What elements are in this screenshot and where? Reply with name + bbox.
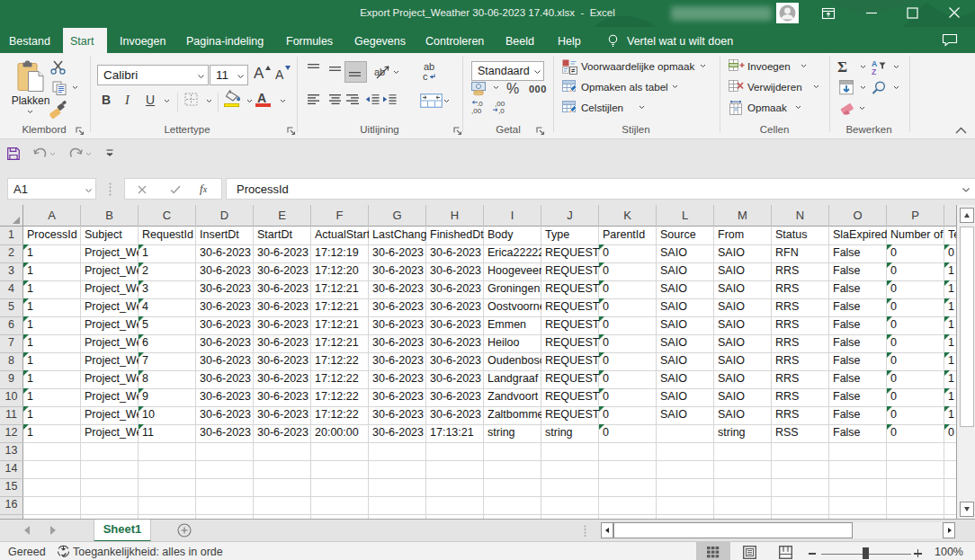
- svg-text:c: c: [423, 71, 428, 82]
- svg-text:,0: ,0: [498, 107, 505, 115]
- svg-text:Z: Z: [872, 67, 876, 76]
- svg-text:≠: ≠: [571, 66, 576, 75]
- svg-text:,00: ,00: [471, 107, 482, 115]
